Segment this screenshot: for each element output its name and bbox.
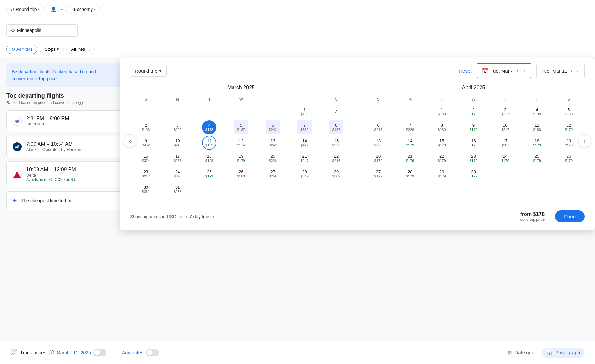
all-filters-btn[interactable]: ⚙ All filters bbox=[6, 45, 37, 54]
calendar-day-8[interactable]: 8$187 bbox=[329, 120, 343, 134]
calendar-day-29[interactable]: 29$179 bbox=[435, 167, 449, 181]
calendar-day-2 (extra)[interactable]: 2 bbox=[329, 105, 343, 119]
calendar-day-9[interactable]: 9$179 bbox=[466, 120, 481, 134]
flight-card-1[interactable]: 2:31PM – 8:00 PM American bbox=[6, 110, 123, 132]
calendar-day-15[interactable]: 15$358 bbox=[329, 136, 343, 150]
list-item bbox=[130, 104, 162, 120]
calendar-day-30[interactable]: 30$331 bbox=[139, 182, 153, 197]
march-title: March 2025 bbox=[130, 85, 352, 91]
calendar-day-17[interactable]: 17$257 bbox=[170, 151, 185, 166]
returning-next-btn[interactable]: › bbox=[576, 67, 580, 75]
calendar-day-4[interactable]: 4$198 bbox=[530, 105, 544, 119]
passengers-nav-btn[interactable]: 👤 1 ▾ bbox=[47, 4, 67, 15]
calendar-day-26[interactable]: 26$180 bbox=[234, 167, 248, 181]
calendar-day-10[interactable]: 10$245 bbox=[170, 136, 185, 150]
calendar-day-28[interactable]: 28$179 bbox=[403, 167, 417, 181]
flight-card-2[interactable]: AS 7:00 AM – 10:54 AM Alaska · Operated … bbox=[6, 136, 123, 157]
calendar-day-25[interactable]: 25$179 bbox=[202, 167, 216, 181]
returning-date-input[interactable]: Tue, Mar 11 ‹ › bbox=[536, 64, 585, 78]
track-prices-toggle[interactable] bbox=[93, 349, 106, 356]
calendar-day-13[interactable]: 13$208 bbox=[371, 136, 385, 150]
calendar-next-month-btn[interactable]: › bbox=[578, 134, 591, 147]
calendar-day-4[interactable]: 4$178 bbox=[202, 120, 216, 134]
calendar-day-6[interactable]: 6$242 bbox=[266, 120, 280, 134]
calendar-day-23[interactable]: 23$179 bbox=[466, 151, 481, 166]
origin-input-box[interactable]: Minneapolis bbox=[6, 24, 78, 37]
calendar-day-2[interactable]: 2$179 bbox=[466, 105, 481, 119]
calendar-day-22[interactable]: 22$216 bbox=[329, 151, 343, 166]
calendar-day-27[interactable]: 27$256 bbox=[266, 167, 280, 181]
calendar-day-1[interactable]: 1$196 bbox=[298, 105, 312, 119]
departing-prev-btn[interactable]: ‹ bbox=[515, 67, 520, 75]
reset-button[interactable]: Reset bbox=[459, 68, 471, 74]
round-trip-nav-btn[interactable]: ⇄ Round trip ▾ bbox=[6, 4, 44, 15]
calendar-day-12[interactable]: 12$174 bbox=[234, 136, 248, 150]
calendar-day-16[interactable]: 16$179 bbox=[466, 136, 481, 150]
passengers-arrow-icon: ▾ bbox=[61, 8, 63, 11]
airlines-filter-btn[interactable]: Airlines ... bbox=[66, 45, 94, 54]
calendar-day-13[interactable]: 13$248 bbox=[266, 136, 280, 150]
calendar-day-19[interactable]: 19$179 bbox=[234, 151, 248, 166]
calendar-day-20[interactable]: 20$179 bbox=[371, 151, 385, 166]
calendar-day-14[interactable]: 14$179 bbox=[403, 136, 417, 150]
departing-next-btn[interactable]: › bbox=[522, 67, 526, 75]
calendar-day-5[interactable]: 5$187 bbox=[234, 120, 248, 134]
calendar-day-9[interactable]: 9$402 bbox=[139, 136, 153, 150]
track-date-label: Mar 4 – 11, 2025 bbox=[57, 350, 91, 355]
track-info-icon[interactable]: i bbox=[49, 350, 54, 355]
calendar-day-31[interactable]: 31$236 bbox=[170, 182, 185, 197]
calendar-day-18[interactable]: 18$198 bbox=[202, 151, 216, 166]
calendar-day-7[interactable]: 7$226 bbox=[403, 120, 417, 134]
calendar-day-20[interactable]: 20$226 bbox=[266, 151, 280, 166]
calendar-day-29[interactable]: 29$309 bbox=[329, 167, 343, 181]
calendar-day-26[interactable]: 26$179 bbox=[562, 151, 576, 166]
day-price: $374 bbox=[142, 159, 150, 163]
calendar-day-3[interactable]: 3$227 bbox=[498, 105, 513, 119]
calendar-day-3[interactable]: 3$222 bbox=[170, 120, 185, 134]
calendar-day-2[interactable]: 2$196 bbox=[139, 120, 153, 134]
any-dates-toggle[interactable] bbox=[146, 349, 159, 356]
departing-date-input[interactable]: 📅 Tue, Mar 4 ‹ › bbox=[477, 63, 531, 78]
calendar-day-14[interactable]: 14$412 bbox=[298, 136, 312, 150]
returning-prev-btn[interactable]: ‹ bbox=[569, 67, 573, 75]
calendar-day-11[interactable]: 11$180 bbox=[530, 120, 544, 134]
calendar-day-18[interactable]: 18$179 bbox=[530, 136, 544, 150]
calendar-day-7[interactable]: 7$382 bbox=[298, 120, 312, 134]
date-grid-btn[interactable]: ⊞ Date grid bbox=[508, 350, 534, 356]
calendar-day-8[interactable]: 8$180 bbox=[435, 120, 449, 134]
calendar-day-11[interactable]: 11$192 bbox=[202, 136, 216, 150]
calendar-day-25[interactable]: 25$179 bbox=[530, 151, 544, 166]
day-number: 18 bbox=[207, 154, 211, 159]
trip-length-next-btn[interactable]: › bbox=[213, 214, 215, 219]
day-price: $187 bbox=[332, 128, 340, 132]
calendar-trip-type-selector[interactable]: Round trip ▾ bbox=[130, 65, 167, 77]
calendar-day-17[interactable]: 17$207 bbox=[498, 136, 513, 150]
calendar-day-21[interactable]: 21$179 bbox=[403, 151, 417, 166]
calendar-day-24[interactable]: 24$179 bbox=[498, 151, 513, 166]
info-icon[interactable]: i bbox=[78, 101, 83, 105]
calendar-day-1[interactable]: 1$180 bbox=[435, 105, 449, 119]
cabin-class-nav-btn[interactable]: Economy ▾ bbox=[70, 4, 100, 15]
calendar-day-16[interactable]: 16$374 bbox=[139, 151, 153, 166]
calendar-day-5[interactable]: 5$188 bbox=[562, 105, 576, 119]
calendar-day-22[interactable]: 22$179 bbox=[435, 151, 449, 166]
calendar-prev-month-btn[interactable]: ‹ bbox=[124, 134, 136, 147]
calendar-day-12[interactable]: 12$179 bbox=[562, 120, 576, 134]
calendar-day-27[interactable]: 27$179 bbox=[371, 167, 385, 181]
cheapest-card[interactable]: ✦ The cheapest time to boo... bbox=[6, 191, 123, 210]
calendar-day-21[interactable]: 21$247 bbox=[298, 151, 312, 166]
price-graph-btn[interactable]: 📊 Price graph bbox=[542, 348, 585, 358]
calendar-day-23[interactable]: 23$217 bbox=[139, 167, 153, 181]
cal-header-T: T bbox=[426, 96, 458, 104]
calendar-day-24[interactable]: 24$226 bbox=[170, 167, 185, 181]
calendar-day-6[interactable]: 6$217 bbox=[371, 120, 385, 134]
stops-filter-btn[interactable]: Stops ▾ bbox=[40, 45, 64, 54]
flight-card-3[interactable]: 10:09 AM – 12:09 PM Delta Avoids as much… bbox=[6, 161, 123, 187]
calendar-day-10[interactable]: 10$217 bbox=[498, 120, 513, 134]
done-button[interactable]: Done bbox=[555, 210, 585, 222]
calendar-day-15[interactable]: 15$179 bbox=[435, 136, 449, 150]
trip-length-prev-btn[interactable]: ‹ bbox=[185, 214, 187, 219]
calendar-day-28[interactable]: 28$349 bbox=[298, 167, 312, 181]
calendar-day-30[interactable]: 30$179 bbox=[466, 167, 481, 181]
calendar-day-19[interactable]: 19$179 bbox=[562, 136, 576, 150]
